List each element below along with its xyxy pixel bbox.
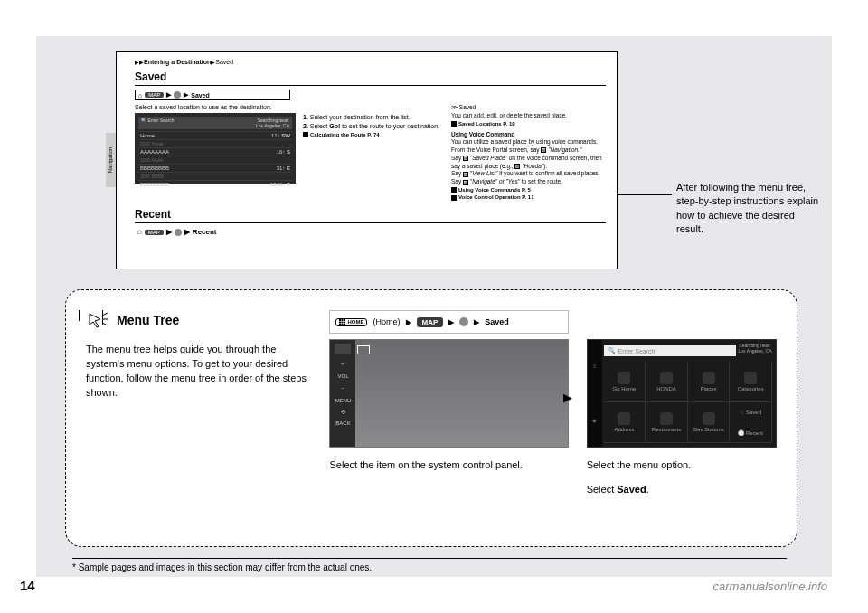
svg-rect-3 (339, 321, 341, 323)
menu-tree-line-recent: ⌂ MAP ▶▶ Recent (135, 227, 316, 237)
svg-rect-8 (344, 324, 345, 325)
sidebar-notes: ≫ Saved You can add, edit, or delete the… (451, 104, 605, 201)
footnote: * Sample pages and images in this sectio… (72, 558, 787, 572)
search-dot-icon (459, 317, 468, 326)
side-tab-navigation: Navigation (106, 133, 116, 187)
map-search-input: 🔍 Enter Search (604, 345, 736, 356)
map-caption-1: Select the menu option. (587, 458, 777, 472)
map-caption-2: Select Saved. (587, 483, 777, 496)
breadcrumb: ▶▶Entering a Destination▶Saved (135, 59, 606, 65)
svg-rect-0 (339, 319, 341, 321)
section-title-saved: Saved (135, 71, 606, 86)
saved-list-screenshot: 🔍 Enter Search Searching near:Los Angele… (135, 113, 296, 184)
svg-rect-6 (339, 324, 341, 325)
home-grid-icon (335, 344, 351, 354)
watermark: carmanualsonline.info (713, 580, 827, 593)
control-panel-screenshot: ＋ VOL － MENU ⟲ BACK (329, 339, 568, 448)
menu-tree-title: Menu Tree (117, 313, 179, 327)
home-icon: HOME (335, 318, 367, 326)
callout-text: After following the menu tree, step-by-s… (676, 181, 821, 237)
svg-rect-5 (344, 321, 345, 323)
menu-tree-bar: HOME (Home) ▶ MAP ▶ ▶ Saved (329, 310, 568, 334)
menu-tree-section: Menu Tree The menu tree helps guide you … (65, 289, 797, 547)
panel-caption: Select the item on the system control pa… (329, 458, 568, 472)
step-instructions: 1. Select your destination from the list… (303, 113, 442, 184)
search-icon: 🔍 (608, 347, 616, 354)
map-menu-screenshot: ≡◆ 🔍 Enter Search Searching near:Los Ang… (587, 339, 777, 448)
instruction-text: Select a saved location to use as the de… (135, 104, 442, 110)
page-number: 14 (20, 578, 35, 593)
section-title-recent: Recent (135, 208, 606, 223)
svg-rect-4 (342, 321, 344, 323)
manual-excerpt-box: Navigation ▶▶Entering a Destination▶Save… (116, 51, 618, 269)
svg-rect-1 (342, 319, 344, 321)
map-chip: MAP (417, 317, 444, 327)
callout-line (618, 194, 672, 195)
pointer-icon (86, 310, 111, 330)
svg-rect-2 (344, 319, 345, 321)
menu-tree-line-saved: ⌂ MAP ▶▶ Saved (135, 90, 290, 100)
arrow-icon: ▶ (563, 391, 572, 404)
svg-rect-7 (342, 324, 344, 325)
menu-tree-body: The menu tree helps guide you through th… (86, 343, 311, 401)
